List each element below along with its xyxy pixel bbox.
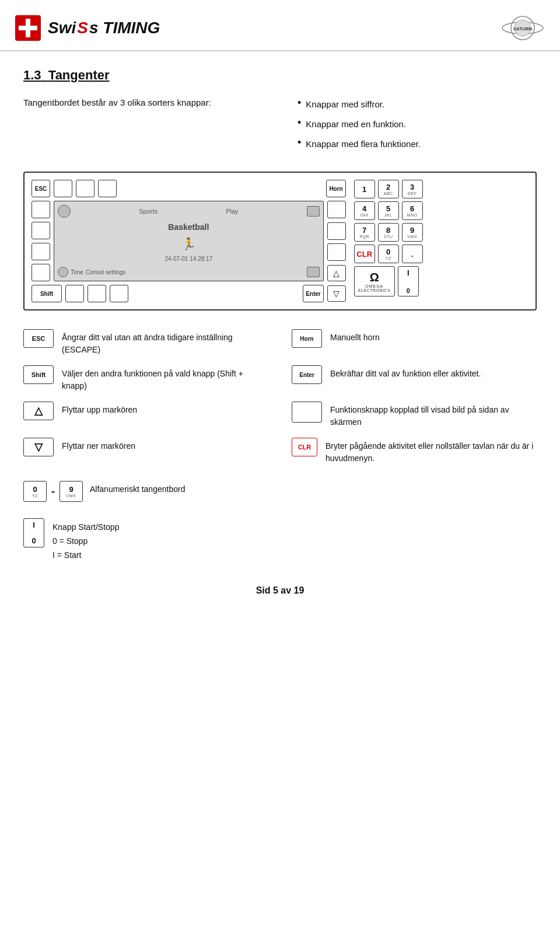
arrow-down-key: ▽: [327, 285, 346, 302]
svg-text:SATURN: SATURN: [513, 26, 533, 32]
desc-clr-icon: CLR: [292, 438, 317, 456]
sports-icon: [58, 205, 71, 218]
esc-key: ESC: [32, 180, 50, 197]
desc-arrow-up-text: Flyttar upp markören: [62, 402, 137, 416]
desc-arrow-down: ▽ Flyttar ner markören: [23, 438, 268, 465]
desc-esc-icon: ESC: [23, 329, 54, 348]
omega-key: Ω OMEGA ELECTRONICS: [354, 266, 395, 296]
startstop-text: Knapp Start/Stopp 0 = Stopp I = Start: [52, 518, 119, 562]
start-stop-key: I 0: [398, 266, 419, 296]
side-key-3: [32, 243, 50, 260]
desc-enter: Enter Bekräftar ditt val av funktion ell…: [292, 365, 537, 392]
bullet-2: • Knappar med en funktion.: [298, 116, 537, 133]
desc-func-btn: Funktionsknapp kopplad till visad bild p…: [292, 402, 537, 428]
intro-right: • Knappar med siffror. • Knappar med en …: [298, 96, 537, 155]
svg-rect-2: [19, 26, 37, 30]
numpad-row-1: 1 2 ABC 3 DEF: [354, 180, 528, 198]
consol-text: Consol settings: [86, 269, 125, 275]
desc-clr: CLR Bryter pågående aktivitet eller noll…: [292, 438, 537, 465]
bot-blank-2: [88, 285, 106, 302]
alpha-key-9: 9 VWX: [60, 481, 83, 502]
horn-key: Horn: [326, 180, 345, 197]
logo-text: SwiSs TIMING: [48, 19, 160, 37]
settings-icon: [307, 267, 320, 277]
screen-bottom-row: Time Consol settings: [58, 267, 320, 277]
intro-section: Tangentbordet består av 3 olika sorters …: [23, 96, 537, 155]
desc-enter-icon: Enter: [292, 365, 322, 384]
keyboard-diagram: ESC Horn S: [23, 172, 537, 310]
blank-key-1: [54, 180, 72, 197]
blank-key-2: [76, 180, 94, 197]
screen-section: Sports Play Basketball 🏃 24-07-01 14:28:…: [32, 201, 346, 281]
numpad-row-2: 4 GHI 5 JKL 6 MNO: [354, 201, 528, 220]
alpha-key-0: 0 YZ: [23, 481, 47, 502]
key-2: 2 ABC: [378, 180, 399, 198]
bot-blank-1: [65, 285, 84, 302]
play-icon: [307, 206, 320, 217]
rside-key-3: [327, 243, 346, 261]
screen-row-1: Sports Play: [58, 205, 320, 218]
key-4: 4 GHI: [354, 201, 375, 220]
desc-shift-text: Väljer den andra funktionen på vald knap…: [62, 365, 268, 392]
saturn-logo-icon: SATURN: [499, 11, 546, 46]
startstop-icon: I 0: [23, 518, 44, 547]
key-dot: .: [402, 245, 423, 263]
desc-horn: Horn Manuellt horn: [292, 329, 537, 356]
desc-func-btn-text: Funktionsknapp kopplad till visad bild p…: [330, 402, 537, 428]
key-8: 8 STU: [378, 223, 399, 242]
key-7: 7 PQR: [354, 223, 375, 242]
startstop-i: I: [33, 521, 35, 529]
numpad-row-5: Ω OMEGA ELECTRONICS I 0: [354, 266, 528, 296]
bullet-1: • Knappar med siffror.: [298, 96, 537, 113]
startstop-section: I 0 Knapp Start/Stopp 0 = Stopp I = Star…: [23, 518, 537, 562]
desc-clr-text: Bryter pågående aktivitet eller nollstäl…: [326, 438, 537, 465]
numpad-row-3: 7 PQR 8 STU 9 VWX: [354, 223, 528, 242]
page-content: 1.3 Tangenter Tangentbordet består av 3 …: [0, 51, 560, 631]
play-text: Play: [226, 208, 238, 215]
side-key-2: [32, 222, 50, 239]
section-number: 1.3: [23, 68, 41, 82]
desc-enter-text: Bekräftar ditt val av funktion eller akt…: [330, 365, 481, 380]
clock-icon: [58, 267, 68, 277]
kbd-row-bottom: Shift Enter ▽: [32, 285, 346, 302]
desc-arrow-down-icon: ▽: [23, 438, 54, 456]
bullet-3: • Knappar med flera funktioner.: [298, 135, 537, 153]
key-9: 9 VWX: [402, 223, 423, 242]
section-title: 1.3 Tangenter: [23, 68, 537, 83]
alpha-keys: 0 YZ - 9 VWX: [23, 481, 83, 502]
desc-shift-icon: Shift: [23, 365, 54, 384]
swiss-cross-icon: [14, 14, 42, 42]
desc-horn-text: Manuellt horn: [330, 329, 380, 344]
desc-arrow-up: △ Flyttar upp markören: [23, 402, 268, 428]
key-5: 5 JKL: [378, 201, 399, 220]
arrow-up-key: △: [327, 265, 346, 281]
page-header: SwiSs TIMING SATURN: [0, 0, 560, 51]
datetime-text: 24-07-01 14:28:17: [58, 256, 320, 262]
kbd-left: ESC Horn S: [32, 180, 346, 302]
key-1: 1: [354, 180, 375, 198]
section-title-text: Tangenter: [48, 68, 110, 82]
clr-key: CLR: [354, 245, 375, 263]
numpad-row-4: CLR 0 YZ .: [354, 245, 528, 263]
basketball-text: Basketball: [58, 222, 320, 232]
keyboard-screen: Sports Play Basketball 🏃 24-07-01 14:28:…: [54, 201, 324, 281]
key-3: 3 DEF: [402, 180, 423, 198]
alpha-label: Alfanumeriskt tangentbord: [90, 481, 185, 496]
rside-key-2: [327, 222, 346, 240]
intro-left: Tangentbordet består av 3 olika sorters …: [23, 96, 262, 155]
key-6: 6 MNO: [402, 201, 423, 220]
alpha-section: 0 YZ - 9 VWX Alfanumeriskt tangentbord: [23, 481, 537, 502]
kbd-right: 1 2 ABC 3 DEF 4 GHI 5: [354, 180, 528, 302]
desc-esc: ESC Ångrar ditt val utan att ändra tidig…: [23, 329, 268, 356]
left-side-keys: [32, 201, 50, 281]
figure-icon: 🏃: [58, 237, 320, 251]
shift-key: Shift: [32, 285, 62, 302]
rside-key-1: [327, 201, 346, 218]
page-number: Sid 5 av 19: [23, 585, 537, 608]
desc-func-btn-icon: [292, 402, 322, 423]
desc-esc-text: Ångrar ditt val utan att ändra tidigare …: [62, 329, 268, 356]
desc-arrow-down-text: Flyttar ner markören: [62, 438, 135, 452]
side-key-4: [32, 264, 50, 281]
logo-area: SwiSs TIMING: [14, 14, 160, 42]
desc-shift: Shift Väljer den andra funktionen på val…: [23, 365, 268, 392]
